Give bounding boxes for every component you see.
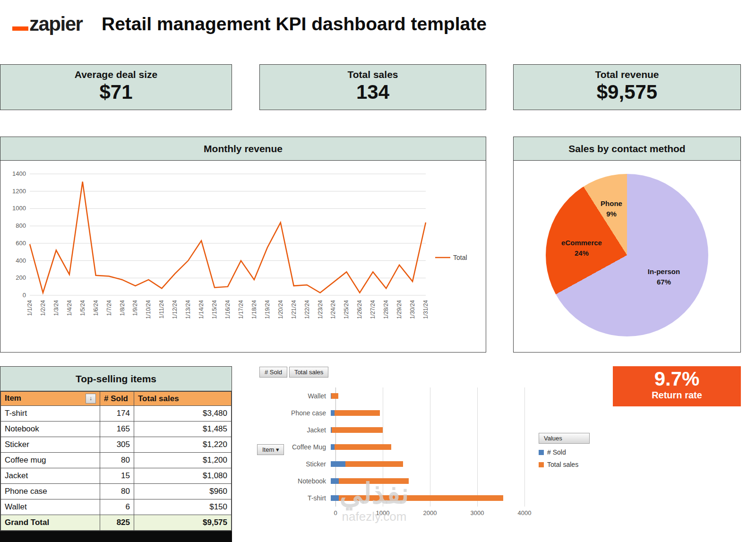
sold-cell[interactable]: 165 — [100, 422, 134, 437]
sold-cell[interactable]: 6 — [100, 499, 134, 515]
sales-cell[interactable]: $1,200 — [134, 453, 232, 468]
svg-text:1/19/24: 1/19/24 — [264, 300, 271, 319]
x-axis-tick: 2000 — [423, 509, 437, 516]
table-row: Notebook165$1,485 — [1, 422, 232, 437]
sales-cell[interactable]: $150 — [134, 499, 232, 515]
table-row: Coffee mug80$1,200 — [1, 453, 232, 468]
pivot-sold-button[interactable]: # Sold — [259, 367, 287, 378]
monthly-revenue-title: Monthly revenue — [0, 137, 486, 161]
sales-cell[interactable]: $960 — [134, 484, 232, 499]
kpi-label: Average deal size — [0, 69, 232, 80]
svg-text:1/14/24: 1/14/24 — [198, 300, 205, 319]
sales-by-contact-title: Sales by contact method — [514, 137, 740, 161]
legend-swatch-icon — [539, 462, 544, 467]
column-header[interactable]: # Sold — [100, 392, 134, 406]
sales-cell[interactable]: $1,485 — [134, 422, 232, 437]
hbar-track — [331, 461, 520, 467]
svg-text:1/28/24: 1/28/24 — [383, 300, 389, 319]
svg-text:1/8/24: 1/8/24 — [119, 300, 126, 316]
svg-text:1/24/24: 1/24/24 — [330, 300, 336, 319]
pie-label-in-person: In-person 67% — [648, 267, 680, 287]
pie-label-text: In-person — [648, 267, 680, 277]
sold-cell[interactable]: 80 — [100, 484, 134, 499]
sales-by-contact-panel: Sales by contact method In-person 67% eC… — [513, 137, 741, 353]
column-header[interactable]: Item↓ — [1, 392, 100, 406]
kpi-value: 134 — [260, 81, 486, 103]
item-cell[interactable]: Sticker — [1, 437, 100, 453]
svg-text:1/6/24: 1/6/24 — [93, 300, 99, 316]
hbar-segment--sold[interactable] — [331, 478, 339, 484]
kpi-card-total-revenue: Total revenue $9,575 — [513, 64, 741, 110]
sort-filter-icon[interactable]: ↓ — [86, 394, 96, 404]
pivot-bar-chart-section: # Sold Total sales Item ▾ WalletPhone ca… — [255, 365, 546, 533]
hbar-segment-total-sales[interactable] — [339, 495, 503, 501]
hbar-track — [331, 410, 520, 416]
hbar-segment-total-sales[interactable] — [339, 478, 409, 484]
item-cell[interactable]: Notebook — [1, 422, 100, 437]
svg-text:1/12/24: 1/12/24 — [172, 300, 178, 319]
sales-cell[interactable]: $1,080 — [134, 468, 232, 484]
grand-total-cell[interactable]: $9,575 — [134, 515, 232, 531]
hbar-segment--sold[interactable] — [331, 495, 339, 501]
hbar-segment-total-sales[interactable] — [331, 393, 338, 399]
pie-label-pct: 9% — [601, 209, 622, 219]
hbar-segment-total-sales[interactable] — [335, 444, 391, 450]
svg-text:1/30/24: 1/30/24 — [409, 300, 416, 319]
table-row: Wallet6$150 — [1, 499, 232, 515]
svg-text:1/4/24: 1/4/24 — [66, 300, 73, 316]
sales-cell[interactable]: $1,220 — [134, 437, 232, 453]
svg-text:1/23/24: 1/23/24 — [317, 300, 324, 319]
sales-cell[interactable]: $3,480 — [134, 406, 232, 422]
kpi-card-total-sales: Total sales 134 — [259, 64, 486, 110]
hbar-segment--sold[interactable] — [331, 444, 335, 450]
x-axis-tick: 4000 — [518, 509, 532, 516]
legend-item: Total sales — [539, 461, 590, 468]
hbar-segment--sold[interactable] — [331, 410, 335, 416]
hbar-track — [331, 427, 520, 433]
hbar-rows: WalletPhone caseJacketCoffee MugStickerN… — [255, 387, 524, 507]
hbar-segment-total-sales[interactable] — [345, 461, 403, 467]
pie-label-phone: Phone 9% — [601, 198, 622, 219]
svg-text:1/26/24: 1/26/24 — [356, 300, 363, 319]
table-header-row: Item↓# SoldTotal sales — [1, 392, 232, 406]
sold-cell[interactable]: 80 — [100, 453, 134, 468]
x-axis-tick: 0 — [334, 509, 337, 516]
item-cell[interactable]: Phone case — [1, 484, 100, 499]
bottom-black-strip — [0, 531, 232, 542]
svg-text:600: 600 — [16, 240, 26, 247]
values-dropdown[interactable]: Values — [539, 433, 590, 444]
hbar-row-sticker: Sticker — [255, 456, 524, 473]
hbar-segment-total-sales[interactable] — [335, 410, 380, 416]
hbar-segment--sold[interactable] — [331, 461, 345, 467]
hbar-category-label: Wallet — [255, 392, 331, 400]
svg-text:200: 200 — [16, 274, 26, 281]
svg-text:1/1/24: 1/1/24 — [26, 300, 33, 316]
item-cell[interactable]: Coffee mug — [1, 453, 100, 468]
grand-total-cell[interactable]: Grand Total — [1, 515, 100, 531]
sold-cell[interactable]: 174 — [100, 406, 134, 422]
hbar-segment-total-sales[interactable] — [332, 427, 383, 433]
column-header[interactable]: Total sales — [134, 392, 232, 406]
page-title: Retail management KPI dashboard template — [102, 14, 487, 34]
hbar-track — [331, 444, 520, 450]
pie-label-pct: 67% — [648, 277, 680, 287]
hbar-category-label: T-shirt — [255, 494, 331, 502]
table-row: Jacket15$1,080 — [1, 468, 232, 484]
hbar-row-phone-case: Phone case — [255, 404, 524, 422]
legend-label: # Sold — [547, 448, 566, 456]
grand-total-cell[interactable]: 825 — [100, 515, 134, 531]
svg-text:Total: Total — [453, 254, 467, 261]
svg-text:1/21/24: 1/21/24 — [291, 300, 297, 319]
sold-cell[interactable]: 305 — [100, 437, 134, 453]
values-legend: Values # SoldTotal sales — [539, 433, 590, 468]
item-cell[interactable]: Wallet — [1, 499, 100, 515]
hbar-x-axis: 01000200030004000 — [335, 509, 524, 519]
svg-text:1/17/24: 1/17/24 — [238, 300, 244, 319]
item-cell[interactable]: T-shirt — [1, 406, 100, 422]
hbar-row-jacket: Jacket — [255, 422, 524, 439]
pivot-sales-button[interactable]: Total sales — [289, 367, 328, 378]
sold-cell[interactable]: 15 — [100, 468, 134, 484]
hbar-row-wallet: Wallet — [255, 387, 524, 404]
item-cell[interactable]: Jacket — [1, 468, 100, 484]
pie-label-ecommerce: eCommerce 24% — [561, 238, 602, 258]
